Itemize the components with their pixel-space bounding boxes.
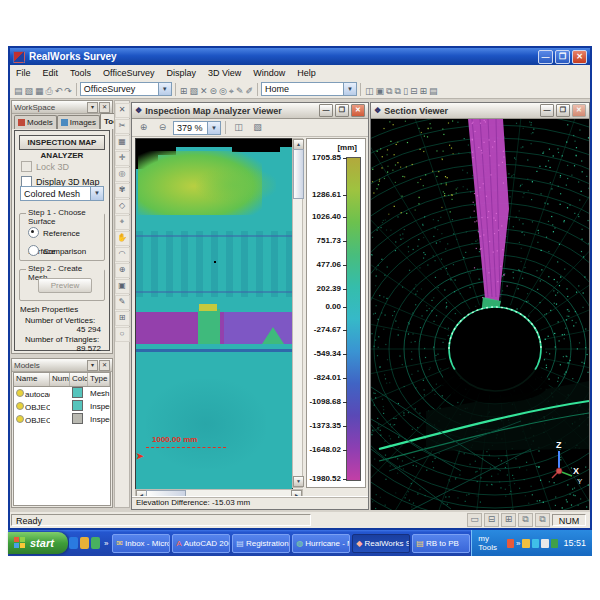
window-arrange-button[interactable]: ▭ [467, 513, 482, 527]
toolbar-button[interactable]: ✐ [244, 85, 254, 97]
zoom-out-icon[interactable]: ⊖ [154, 119, 171, 136]
menu-window[interactable]: Window [247, 67, 291, 79]
tray-icon[interactable] [551, 539, 559, 548]
col-color[interactable]: Color [70, 373, 88, 386]
toolbar-button[interactable]: ⊞ [179, 85, 189, 97]
radio-icon[interactable] [28, 245, 39, 256]
toolbar-button[interactable]: ▦ [34, 85, 45, 97]
chevron-down-icon[interactable]: ▼ [343, 83, 356, 95]
menu-3dview[interactable]: 3D View [202, 67, 247, 79]
chevron-down-icon[interactable]: ▼ [158, 83, 171, 95]
vertical-tool-button[interactable]: ✾ [115, 183, 130, 198]
vertical-tool-button[interactable]: ⊕ [115, 263, 130, 278]
col-num[interactable]: Num... [50, 373, 70, 386]
toolbar-button[interactable]: ▯ [402, 85, 409, 97]
menu-edit[interactable]: Edit [37, 67, 65, 79]
visibility-icon[interactable] [16, 389, 24, 397]
tab-images[interactable]: Images [57, 115, 100, 129]
tab-models[interactable]: Models [14, 115, 57, 129]
zoom-in-icon[interactable]: ⊕ [135, 119, 152, 136]
toolbar-button[interactable]: ▤ [13, 85, 24, 97]
toolbar-button[interactable]: ⊜ [208, 85, 218, 97]
quicklaunch-ie-icon[interactable] [69, 537, 78, 549]
visibility-icon[interactable] [16, 402, 24, 410]
close-button[interactable]: ✕ [572, 50, 587, 64]
toolbar-button[interactable]: ▤ [428, 85, 439, 97]
models-panel-title[interactable]: Models ▾ ✕ [12, 359, 112, 372]
menu-officesurvey[interactable]: OfficeSurvey [97, 67, 160, 79]
tray-overflow-icon[interactable]: » [516, 539, 520, 548]
visibility-icon[interactable] [16, 415, 24, 423]
vertical-tool-button[interactable]: ✋ [115, 231, 130, 246]
preview-button[interactable]: Preview [38, 278, 92, 293]
chevron-down-icon[interactable]: ▼ [207, 122, 220, 134]
vertical-tool-button[interactable]: ◎ [115, 167, 130, 182]
taskbar-task[interactable]: ▤RB to PB [412, 534, 470, 553]
close-button[interactable]: ✕ [351, 104, 365, 117]
map-vertical-scrollbar[interactable]: ▲ ▼ [292, 138, 303, 488]
quicklaunch-folder-icon[interactable] [80, 537, 89, 549]
menu-file[interactable]: File [10, 67, 37, 79]
menu-tools[interactable]: Tools [64, 67, 97, 79]
minimize-button[interactable]: — [538, 50, 553, 64]
start-button[interactable]: start [8, 532, 68, 554]
tray-icon[interactable] [532, 539, 540, 548]
quicklaunch-app-icon[interactable] [91, 537, 100, 549]
map-display-icon[interactable]: ▧ [249, 119, 266, 136]
panel-menu-icon[interactable]: ▾ [87, 102, 98, 113]
workspace-panel-title[interactable]: WorkSpace ▾ ✕ [12, 101, 112, 114]
toolbar-button[interactable]: ⊞ [418, 85, 428, 97]
mode-combobox[interactable]: OfficeSurvey▼ [80, 82, 172, 96]
toolbar-button[interactable]: ⊟ [409, 85, 419, 97]
panel-close-icon[interactable]: ✕ [99, 360, 110, 371]
vertical-tool-button[interactable]: ✛ [115, 151, 130, 166]
maximize-button[interactable]: ❐ [556, 104, 570, 117]
menu-display[interactable]: Display [160, 67, 202, 79]
tray-icon[interactable] [522, 539, 530, 548]
window-arrange-button[interactable]: ⧉ [518, 513, 533, 527]
vertical-tool-button[interactable]: ⊞ [115, 311, 130, 326]
vertical-tool-button[interactable]: ▣ [115, 279, 130, 294]
vertical-tool-button[interactable]: ✂ [115, 119, 130, 134]
taskbar-task[interactable]: ◍Hurricane - Micro... [292, 534, 350, 553]
minimize-button[interactable]: — [319, 104, 333, 117]
col-type[interactable]: Type [88, 373, 110, 386]
minimize-button[interactable]: — [540, 104, 554, 117]
vertical-tool-button[interactable]: ▦ [115, 135, 130, 150]
menu-help[interactable]: Help [291, 67, 322, 79]
panel-menu-icon[interactable]: ▾ [87, 360, 98, 371]
panel-close-icon[interactable]: ✕ [99, 102, 110, 113]
maximize-button[interactable]: ❐ [335, 104, 349, 117]
map-viewer-title-bar[interactable]: ❖ Inspection Map Analyzer Viewer — ❐ ✕ [132, 103, 368, 119]
my-tools-label[interactable]: my Tools [478, 534, 504, 552]
vertical-tool-button[interactable]: ✕ [115, 103, 130, 118]
vertical-tool-button[interactable]: ○ [115, 327, 130, 342]
target-combobox[interactable]: Home▼ [261, 82, 357, 96]
mesh-mode-combobox[interactable]: Colored Mesh▼ [20, 186, 104, 201]
tray-icon[interactable] [541, 539, 549, 548]
window-arrange-button[interactable]: ⊟ [484, 513, 499, 527]
title-bar[interactable]: RealWorks Survey — ❐ ✕ [10, 48, 590, 65]
vertical-tool-button[interactable]: ◇ [115, 199, 130, 214]
tunnel-pointcloud-view[interactable]: ZXY [371, 119, 589, 510]
table-row[interactable]: OBJECT... Inspectio... [14, 400, 110, 413]
tray-icon[interactable] [507, 539, 515, 548]
taskbar-task[interactable]: ✉Inbox - Microsof... [112, 534, 170, 553]
taskbar-task[interactable]: ▤Registration Rep... [232, 534, 290, 553]
toolbar-button[interactable]: ↶ [54, 85, 64, 97]
inspection-heatmap[interactable]: 1000.00 mm ➤ [135, 138, 293, 490]
taskbar-task-active[interactable]: ◆RealWorks Survey [352, 534, 410, 553]
toolbar-button[interactable]: ⌖ [228, 85, 235, 97]
chevron-down-icon[interactable]: ▼ [90, 187, 103, 200]
maximize-button[interactable]: ❐ [555, 50, 570, 64]
close-button[interactable]: ✕ [572, 104, 586, 117]
zoom-level-combobox[interactable]: 379 %▼ [173, 121, 221, 135]
toolbar-button[interactable]: ⧉ [385, 85, 393, 97]
col-name[interactable]: Name [14, 373, 50, 386]
toolbar-button[interactable]: ⧉ [394, 85, 402, 97]
quicklaunch-overflow-icon[interactable]: » [104, 539, 108, 548]
vertical-tool-button[interactable]: ✎ [115, 295, 130, 310]
toolbar-button[interactable]: ▧ [188, 85, 199, 97]
table-row[interactable]: autocad... Mesh [14, 387, 110, 400]
vertical-tool-button[interactable]: ⌖ [115, 215, 130, 230]
